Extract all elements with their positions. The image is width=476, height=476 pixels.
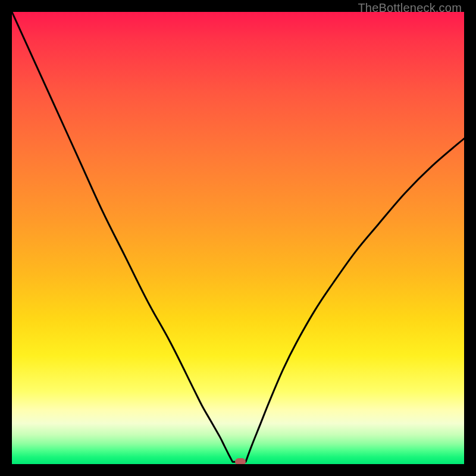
optimal-point-marker: [235, 458, 246, 464]
plot-area: [12, 12, 464, 464]
chart-frame: TheBottleneck.com: [0, 0, 476, 476]
bottleneck-curve: [12, 12, 464, 464]
